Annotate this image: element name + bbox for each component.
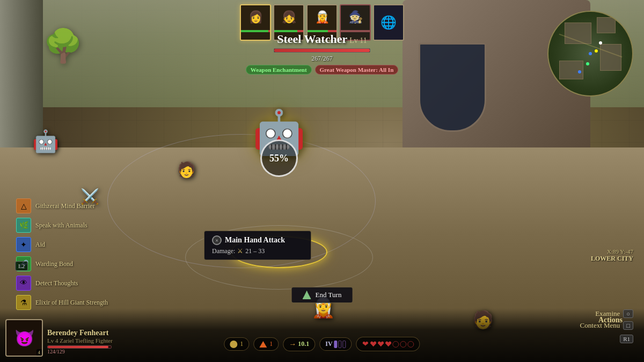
player-hp-text: 124/129 (47, 349, 113, 354)
status-great-weapon-master: Great Weapon Master: All In (315, 65, 399, 75)
charges-pip: IV (319, 337, 352, 351)
minimap[interactable] (547, 11, 633, 97)
spell-name-4: Warding Bond (35, 260, 73, 268)
bottom-hud: 😈 4 Berendey Fenheart Lv 4 Zariel Tiefli… (0, 308, 644, 362)
mm-ally-dot-1 (586, 62, 589, 65)
portrait-face-1: 👩 (241, 5, 270, 29)
charges-roman: IV (325, 340, 332, 348)
spell-name-6: Elixir of Hill Giant Strength (35, 299, 108, 307)
actions-area: Actions R1 (620, 335, 633, 343)
hearts-pip: ❤ (356, 337, 420, 351)
status-weapon-enchantment: Weapon Enchantment (246, 65, 312, 75)
npc-figure-left: 🤖 (32, 129, 59, 154)
minimap-info: X:89 Y:-47 LOWER CITY (591, 248, 633, 263)
slot-bar-empty-2 (343, 341, 346, 348)
movement-value: 10.1 (298, 340, 309, 348)
mm-building-2 (597, 17, 616, 33)
spell-bar: △ Githzerai Mind Barrier 🌿 Speak with An… (16, 198, 108, 310)
heart-1 (370, 341, 377, 348)
spell-name-3: Aid (35, 241, 45, 249)
spell-name-2: Speak with Animals (35, 221, 87, 230)
player-name: Berendey Fenheart (47, 329, 113, 337)
spell-item-5[interactable]: 👁 Detect Thoughts (16, 276, 108, 291)
attack-tooltip: × Main Hand Attack Damage: ⚔ 21 – 33 (204, 231, 311, 260)
spell-icon-5: 👁 (16, 276, 31, 291)
examine-key: ○ (623, 309, 633, 318)
triangle-icon (303, 291, 311, 299)
enemy-hp-text: 267/267 (241, 55, 402, 63)
spell-item-3[interactable]: ✦ Aid (16, 237, 108, 252)
slot-bar-empty-1 (339, 341, 342, 348)
heart-pips (370, 341, 414, 348)
mm-enemy-dot-1 (595, 49, 598, 53)
mm-player-dot-2 (578, 70, 581, 73)
damage-icon: ⚔ (237, 247, 243, 255)
movement-arrow-icon: → (289, 340, 296, 349)
spell-icon-2: 🌿 (16, 218, 31, 233)
movement-pip: → 10.1 (283, 337, 315, 351)
minimap-inner (548, 12, 632, 95)
slot-bar-filled (334, 341, 338, 348)
minimap-location: LOWER CITY (591, 255, 633, 263)
player-face-icon: 😈 (14, 329, 34, 348)
player-level-badge: 4 (36, 349, 42, 356)
damage-range: 21 – 33 (245, 247, 265, 255)
spell-slot-bars (334, 341, 346, 348)
spell-icon-3: ✦ (16, 237, 31, 252)
heart-5-empty (400, 341, 407, 348)
enemy-nameplate: Steel Watcher Lv 11 267/267 Weapon Encha… (241, 32, 402, 75)
action-count: 1 (240, 340, 243, 348)
spell-item-6[interactable]: ⚗ Elixir of Hill Giant Strength (16, 295, 108, 310)
player-portrait[interactable]: 😈 4 (5, 319, 43, 357)
enemy-name-line: Steel Watcher Lv 11 (241, 32, 402, 46)
portrait-face-4: 🧙 (341, 5, 370, 29)
heart-2 (378, 341, 384, 348)
action-pip: 1 (224, 337, 249, 351)
damage-label: Damage: (212, 247, 235, 255)
l2-badge: L2 (15, 261, 28, 271)
spell-icon-1: △ (16, 198, 31, 213)
bonus-action-count: 1 (269, 340, 273, 348)
spell-icon-6: ⚗ (16, 295, 31, 310)
enemy-hp-bar-container (274, 48, 370, 53)
spell-item-4[interactable]: 🔗 Warding Bond (16, 256, 108, 271)
player-info: Berendey Fenheart Lv 4 Zariel Tiefling F… (47, 329, 113, 357)
spell-item-1[interactable]: △ Githzerai Mind Barrier (16, 198, 108, 213)
end-turn-button[interactable]: End Turn (291, 287, 353, 303)
end-turn-label: End Turn (316, 291, 342, 299)
attack-name: Main Hand Attack (225, 236, 285, 245)
heart-4-empty (393, 341, 399, 348)
attack-tooltip-header: × Main Hand Attack (212, 235, 303, 245)
world-icon: 🌐 (380, 15, 397, 30)
context-menu-key: □ (623, 321, 633, 330)
player-portrait-area: 😈 4 Berendey Fenheart Lv 4 Zariel Tiefli… (5, 319, 113, 357)
action-pip-circle (230, 341, 237, 348)
player-subtitle: Lv 4 Zariel Tiefling Fighter (47, 337, 113, 344)
hit-chance-text: 55% (269, 153, 289, 164)
minimap-coordinates: X:89 Y:-47 (591, 248, 633, 255)
spell-name-1: Githzerai Mind Barrier (35, 202, 95, 210)
portrait-face-3: 🧝 (308, 5, 336, 29)
action-bar: 1 1 → 10.1 IV ❤ (224, 337, 420, 351)
portrait-face-2: 👧 (274, 5, 303, 29)
damage-info: Damage: ⚔ 21 – 33 (212, 247, 303, 255)
heart-3 (385, 341, 392, 348)
actions-key: R1 (620, 335, 633, 343)
mm-npc-dot-1 (599, 41, 602, 45)
l2-label: L2 (18, 263, 25, 269)
npc-background: 🧑 (177, 161, 196, 179)
enemy-status-effects: Weapon Enchantment Great Weapon Master: … (241, 65, 402, 75)
enemy-hp-bar (274, 49, 370, 52)
bonus-action-pip: 1 (253, 337, 279, 351)
spell-item-2[interactable]: 🌿 Speak with Animals (16, 218, 108, 233)
player-hp-fill (48, 346, 108, 348)
heart-6-empty (408, 341, 414, 348)
enemy-level: Lv 11 (349, 36, 367, 45)
mm-building-3 (600, 44, 621, 71)
bonus-action-triangle (259, 341, 267, 348)
actions-label: Actions (598, 316, 623, 324)
hit-chance-indicator: 55% (260, 139, 298, 177)
enemy-name: Steel Watcher (277, 32, 347, 46)
mm-player-dot (589, 52, 592, 55)
spell-name-5: Detect Thoughts (35, 279, 78, 287)
